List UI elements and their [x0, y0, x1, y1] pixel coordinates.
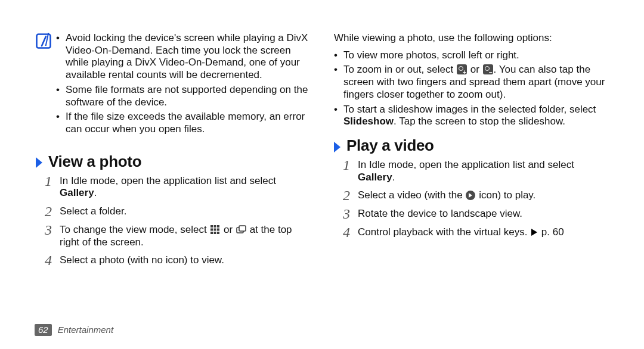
step-text: Rotate the device to landscape view.	[358, 208, 522, 219]
gallery-word: Gallery	[60, 187, 94, 198]
option-text: To start a slideshow images in the selec…	[343, 104, 596, 115]
option-item: To start a slideshow images in the selec…	[334, 104, 608, 128]
chevron-right-icon	[334, 142, 340, 152]
zoom-out-icon	[483, 64, 493, 74]
section-header-view-photo: View a photo	[36, 152, 310, 172]
left-column: Avoid locking the device's screen while …	[36, 32, 310, 349]
step-text: In Idle mode, open the application list …	[358, 159, 574, 170]
view-photo-steps: 1 In Idle mode, open the application lis…	[42, 175, 310, 267]
step-text: To change the view mode, select	[60, 224, 209, 235]
play-icon	[466, 191, 475, 200]
note-item: Avoid locking the device's screen while …	[56, 32, 310, 82]
photo-options-list: To view more photos, scroll left or righ…	[334, 49, 608, 128]
note-body: Avoid locking the device's screen while …	[56, 32, 310, 138]
stack-view-icon	[236, 225, 246, 235]
svg-rect-1	[210, 225, 213, 228]
svg-rect-0	[37, 35, 51, 48]
svg-rect-3	[217, 225, 219, 228]
page-footer: 62 Entertainment	[35, 324, 113, 336]
note-list: Avoid locking the device's screen while …	[56, 32, 310, 136]
step-item: 2 Select a video (with the icon) to play…	[340, 189, 608, 202]
step-text: Select a photo (with no icon) to view.	[60, 254, 224, 266]
page: Avoid locking the device's screen while …	[0, 0, 644, 349]
zoom-in-icon	[457, 64, 467, 74]
step-text: p. 60	[538, 226, 564, 238]
note-item: If the file size exceeds the available m…	[56, 111, 310, 135]
step-item: 4 Control playback with the virtual keys…	[340, 226, 608, 239]
triangle-right-icon	[531, 229, 537, 236]
option-text: . Tap the screen to stop the slideshow.	[394, 116, 565, 127]
chevron-right-icon	[36, 157, 42, 168]
step-text: Select a folder.	[60, 205, 126, 217]
option-text: or	[467, 64, 482, 75]
step-number: 4	[42, 252, 55, 269]
play-video-steps: 1 In Idle mode, open the application lis…	[340, 159, 608, 239]
footer-section-name: Entertainment	[58, 325, 113, 335]
section-title: View a photo	[48, 152, 141, 172]
step-number: 2	[42, 203, 55, 220]
svg-rect-4	[210, 228, 213, 230]
note-callout: Avoid locking the device's screen while …	[36, 32, 310, 138]
step-text: icon) to play.	[476, 189, 535, 201]
step-number: 4	[340, 224, 353, 241]
note-icon	[36, 33, 51, 49]
step-item: 3 Rotate the device to landscape view.	[340, 208, 608, 220]
step-item: 1 In Idle mode, open the application lis…	[42, 175, 310, 200]
svg-rect-8	[214, 232, 216, 234]
step-text: In Idle mode, open the application list …	[60, 175, 276, 186]
step-number: 1	[42, 173, 55, 190]
svg-rect-2	[214, 225, 216, 228]
svg-rect-6	[217, 228, 219, 230]
step-item: 3 To change the view mode, select or	[42, 224, 310, 248]
grid-view-icon	[210, 225, 220, 235]
option-item: To zoom in or out, select or . You can a…	[334, 64, 608, 101]
intro-text: While viewing a photo, use the following…	[334, 32, 608, 45]
step-number: 3	[340, 205, 353, 223]
section-header-play-video: Play a video	[334, 136, 608, 155]
step-text: .	[392, 172, 395, 183]
step-text: .	[94, 187, 97, 198]
step-item: 2 Select a folder.	[42, 205, 310, 218]
step-item: 1 In Idle mode, open the application lis…	[340, 159, 608, 183]
section-title: Play a video	[346, 136, 434, 155]
note-item: Some file formats are not supported depe…	[56, 84, 310, 108]
option-text: To zoom in or out, select	[343, 64, 456, 75]
step-number: 1	[340, 157, 353, 174]
gallery-word: Gallery	[358, 172, 392, 183]
svg-rect-11	[239, 226, 246, 231]
right-column: While viewing a photo, use the following…	[334, 32, 608, 349]
step-number: 2	[340, 187, 353, 204]
svg-rect-5	[214, 228, 216, 230]
option-item: To view more photos, scroll left or righ…	[334, 49, 608, 62]
step-text: Control playback with the virtual keys.	[358, 226, 530, 238]
step-item: 4 Select a photo (with no icon) to view.	[42, 254, 310, 267]
step-number: 3	[42, 222, 55, 239]
svg-rect-9	[217, 232, 219, 234]
step-text: or	[221, 224, 236, 235]
slideshow-word: Slideshow	[343, 116, 394, 127]
step-text: Select a video (with the	[358, 189, 465, 201]
svg-rect-7	[210, 232, 213, 234]
page-number: 62	[35, 324, 52, 336]
